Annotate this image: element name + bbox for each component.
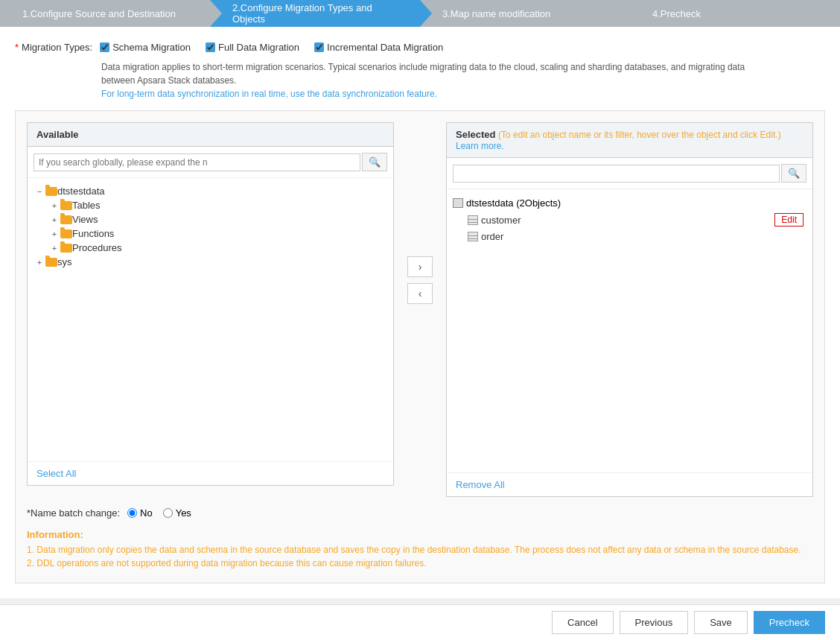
full-data-migration-item[interactable]: Full Data Migration xyxy=(206,42,299,53)
step-2[interactable]: 2.Configure Migration Types and Objects xyxy=(210,0,420,27)
tree-item-sys-label: sys xyxy=(57,256,72,267)
schema-migration-label: Schema Migration xyxy=(112,42,191,53)
selected-label: Selected xyxy=(456,129,495,140)
transfer-back-button[interactable]: ‹ xyxy=(407,283,433,304)
tree-item-functions[interactable]: + Functions xyxy=(48,226,387,241)
incremental-data-migration-checkbox[interactable] xyxy=(314,42,324,52)
name-batch-label: *Name batch change: xyxy=(27,507,120,519)
step-3[interactable]: 3.Map name modification xyxy=(420,0,630,27)
radio-yes-label: Yes xyxy=(176,507,191,519)
save-button[interactable]: Save xyxy=(694,611,748,634)
selected-search-button[interactable]: 🔍 xyxy=(781,164,806,183)
main-content: * Migration Types: Schema Migration Full… xyxy=(0,27,840,598)
folder-procedures-icon xyxy=(60,244,72,253)
information-title: Information: xyxy=(27,529,813,540)
radio-yes[interactable] xyxy=(163,508,173,518)
selected-panel-footer: Remove All xyxy=(447,472,812,496)
cancel-button[interactable]: Cancel xyxy=(552,611,613,634)
full-data-migration-checkbox[interactable] xyxy=(206,42,215,52)
step-4-label: 4.Precheck xyxy=(652,8,701,19)
tree-children-dtstestdata: + Tables + Views + xyxy=(34,198,387,255)
tree-item-procedures[interactable]: + Procedures xyxy=(48,241,387,255)
transfer-forward-button[interactable]: › xyxy=(407,256,433,277)
tree-item-tables[interactable]: + Tables xyxy=(48,198,387,212)
available-panel: Available 🔍 − dtstestdata + xyxy=(27,122,394,486)
expand-functions-icon[interactable]: + xyxy=(48,229,60,238)
info-line-3: For long-term data synchronization in re… xyxy=(15,89,825,99)
full-data-migration-label: Full Data Migration xyxy=(218,42,299,53)
stepper: 1.Configure Source and Destination 2.Con… xyxy=(0,0,840,27)
tree-item-tables-label: Tables xyxy=(72,200,101,211)
step-1-label: 1.Configure Source and Destination xyxy=(22,8,176,19)
db-icon xyxy=(453,198,463,208)
available-search-bar: 🔍 xyxy=(28,147,393,178)
table-icon-order xyxy=(468,232,478,241)
name-batch-row: *Name batch change: No Yes xyxy=(27,507,813,519)
folder-sys-icon xyxy=(45,258,57,267)
edit-customer-button[interactable]: Edit xyxy=(774,213,804,226)
selected-db-name: dtstestdata (2Objects) xyxy=(466,197,561,209)
step-4[interactable]: 4.Precheck xyxy=(630,0,840,27)
folder-functions-icon xyxy=(60,229,72,238)
selected-search-bar: 🔍 xyxy=(447,158,812,189)
learn-more-link[interactable]: Learn more. xyxy=(456,141,504,151)
expand-dtstestdata-icon[interactable]: − xyxy=(34,187,45,196)
bottom-bar: Cancel Previous Save Precheck xyxy=(0,604,840,640)
precheck-button[interactable]: Precheck xyxy=(754,611,825,634)
available-search-input[interactable] xyxy=(34,153,360,171)
previous-button[interactable]: Previous xyxy=(620,611,689,634)
tree-item-sys[interactable]: + sys xyxy=(34,255,387,269)
radio-no-label: No xyxy=(140,507,153,519)
migration-types-row: * Migration Types: Schema Migration Full… xyxy=(15,42,825,53)
tree-view: − dtstestdata + Tables + xyxy=(28,178,393,461)
selected-item-customer-label: customer xyxy=(481,215,774,226)
selected-panel-header: Selected (To edit an object name or its … xyxy=(447,123,812,158)
step-3-label: 3.Map name modification xyxy=(442,8,550,19)
incremental-data-migration-item[interactable]: Incremental Data Migration xyxy=(314,42,443,53)
selected-row-customer[interactable]: customer Edit xyxy=(453,211,806,229)
tree-item-functions-label: Functions xyxy=(72,228,114,239)
selected-db-item: dtstestdata (2Objects) xyxy=(453,195,806,211)
panels-row: Available 🔍 − dtstestdata + xyxy=(27,122,813,497)
available-panel-header: Available xyxy=(28,123,393,147)
selected-hint-text: (To edit an object name or its filter, h… xyxy=(498,130,781,140)
information-box: Information: 1. Data migration only copi… xyxy=(27,529,813,568)
tree-item-views[interactable]: + Views xyxy=(48,212,387,226)
incremental-data-migration-label: Incremental Data Migration xyxy=(327,42,443,53)
information-point-1: 1. Data migration only copies the data a… xyxy=(27,545,813,555)
expand-sys-icon[interactable]: + xyxy=(34,258,45,267)
expand-tables-icon[interactable]: + xyxy=(48,201,60,210)
table-icon-customer xyxy=(468,215,478,225)
folder-tables-icon xyxy=(60,201,72,210)
step-2-label: 2.Configure Migration Types and Objects xyxy=(232,2,405,25)
folder-views-icon xyxy=(60,215,72,224)
schema-migration-item[interactable]: Schema Migration xyxy=(100,42,191,53)
info-line-2: between Apsara Stack databases. xyxy=(15,75,825,86)
tree-item-views-label: Views xyxy=(72,214,98,225)
expand-views-icon[interactable]: + xyxy=(48,215,60,224)
schema-migration-checkbox[interactable] xyxy=(100,42,109,52)
selected-item-order-label: order xyxy=(481,231,804,242)
remove-all-link[interactable]: Remove All xyxy=(456,479,505,490)
selected-panel: Selected (To edit an object name or its … xyxy=(446,122,813,497)
required-star: * xyxy=(15,42,19,53)
transfer-buttons: › ‹ xyxy=(401,256,439,304)
tree-item-dtstestdata[interactable]: − dtstestdata xyxy=(34,184,387,198)
available-search-button[interactable]: 🔍 xyxy=(362,153,387,171)
available-panel-footer: Select All xyxy=(28,461,393,485)
radio-no[interactable] xyxy=(127,508,137,518)
migration-types-label: Migration Types: xyxy=(22,42,92,53)
selected-row-order[interactable]: order xyxy=(453,229,806,244)
tree-item-dtstestdata-label: dtstestdata xyxy=(57,186,105,197)
radio-yes-item[interactable]: Yes xyxy=(163,507,191,519)
selected-search-input[interactable] xyxy=(453,165,780,183)
folder-dtstestdata-icon xyxy=(45,187,57,196)
radio-no-item[interactable]: No xyxy=(127,507,153,519)
tree-item-procedures-label: Procedures xyxy=(72,242,121,253)
selected-tree: dtstestdata (2Objects) customer Edit ord… xyxy=(447,189,812,472)
expand-procedures-icon[interactable]: + xyxy=(48,244,60,253)
select-all-link[interactable]: Select All xyxy=(36,468,76,479)
objects-section: Available 🔍 − dtstestdata + xyxy=(15,110,825,583)
step-1[interactable]: 1.Configure Source and Destination xyxy=(0,0,210,27)
information-point-2: 2. DDL operations are not supported duri… xyxy=(27,558,813,568)
